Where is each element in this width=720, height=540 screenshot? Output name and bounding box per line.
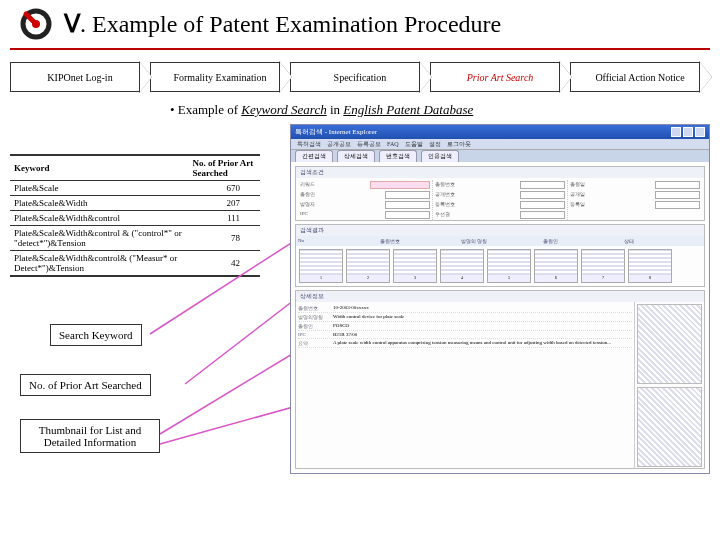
thumbnail-row: 1 2 3 4 5 6 7 8 <box>296 246 704 286</box>
ipc-input[interactable] <box>385 211 430 219</box>
callout-thumbnail: Thumbnail for List and Detailed Informat… <box>20 419 160 453</box>
results-header-row: No출원번호발명의 명칭출원인상태 <box>296 236 704 246</box>
result-thumbnail[interactable]: 7 <box>581 249 625 283</box>
tab-item[interactable]: 상세검색 <box>337 150 375 162</box>
logo-icon <box>20 8 52 40</box>
roman-numeral: Ⅴ <box>64 11 80 37</box>
window-title: 특허검색 - Internet Explorer <box>295 127 377 137</box>
arrow-formality: Formality Examination <box>150 62 290 92</box>
sub-tabs: 간편검색 상세검색 번호검색 인용검색 <box>291 150 709 162</box>
slide-title: Ⅴ. Example of Patent Examination Procedu… <box>64 10 501 38</box>
top-nav: 특허검색공개공보등록공보FAQ도움말설정로그아웃 <box>291 139 709 150</box>
pubno-input[interactable] <box>520 191 565 199</box>
maximize-icon[interactable] <box>683 127 693 137</box>
result-thumbnail[interactable]: 2 <box>346 249 390 283</box>
nav-item[interactable]: 등록공보 <box>357 140 381 149</box>
nav-item[interactable]: 설정 <box>429 140 441 149</box>
table-row: Plate&Scale&Width&control & ("control*" … <box>10 226 260 251</box>
process-arrows: KIPOnet Log-in Formality Examination Spe… <box>0 60 720 102</box>
panel-header: 검색조건 <box>296 167 704 178</box>
result-thumbnail[interactable]: 1 <box>299 249 343 283</box>
table-row: Plate&Scale&Width&control& ("Measur* or … <box>10 251 260 277</box>
title-text: . Example of Patent Examination Procedur… <box>80 11 501 37</box>
arrow-official-action: Official Action Notice <box>570 62 710 92</box>
window-titlebar: 특허검색 - Internet Explorer <box>291 125 709 139</box>
title-divider <box>10 48 710 50</box>
date-input[interactable] <box>655 181 700 189</box>
svg-point-1 <box>32 20 40 28</box>
close-icon[interactable] <box>695 127 705 137</box>
tab-item[interactable]: 인용검색 <box>421 150 459 162</box>
search-filter-panel: 검색조건 키워드 출원인 발명자 IPC 출원번호 공개번호 등록번호 우선권 <box>295 166 705 221</box>
date-input[interactable] <box>655 191 700 199</box>
detail-images <box>634 302 704 469</box>
results-panel: 검색결과 No출원번호발명의 명칭출원인상태 1 2 3 4 5 6 7 8 <box>295 224 705 287</box>
app-screenshot: 특허검색 - Internet Explorer 특허검색공개공보등록공보FAQ… <box>290 124 710 474</box>
panel-header: 상세정보 <box>296 291 704 302</box>
detail-image[interactable] <box>637 304 702 384</box>
arrow-specification: Specification <box>290 62 430 92</box>
tab-item[interactable]: 번호검색 <box>379 150 417 162</box>
result-thumbnail[interactable]: 5 <box>487 249 531 283</box>
table-row: Plate&Scale&Width207 <box>10 196 260 211</box>
applicant-input[interactable] <box>385 191 430 199</box>
nav-item[interactable]: FAQ <box>387 141 399 147</box>
arrow-kiponet-login: KIPOnet Log-in <box>10 62 150 92</box>
detail-image[interactable] <box>637 387 702 467</box>
appno-input[interactable] <box>520 181 565 189</box>
priority-input[interactable] <box>520 211 565 219</box>
minimize-icon[interactable] <box>671 127 681 137</box>
detail-fields: 출원번호10-2003-00xxxxx 발명의명칭Width control d… <box>296 302 634 469</box>
content-area: KeywordNo. of Prior Art Searched Plate&S… <box>0 124 720 484</box>
nav-item[interactable]: 특허검색 <box>297 140 321 149</box>
detail-panel: 상세정보 출원번호10-2003-00xxxxx 발명의명칭Width cont… <box>295 290 705 469</box>
inventor-input[interactable] <box>385 201 430 209</box>
col-count: No. of Prior Art Searched <box>189 155 261 181</box>
example-caption: • Example of Keyword Search in English P… <box>170 102 720 118</box>
keyword-table: KeywordNo. of Prior Art Searched Plate&S… <box>10 154 260 277</box>
tab-item[interactable]: 간편검색 <box>295 150 333 162</box>
date-input[interactable] <box>655 201 700 209</box>
nav-item[interactable]: 도움말 <box>405 140 423 149</box>
table-row: Plate&Scale670 <box>10 181 260 196</box>
keyword-input[interactable] <box>370 181 430 189</box>
nav-item[interactable]: 로그아웃 <box>447 140 471 149</box>
regno-input[interactable] <box>520 201 565 209</box>
table-row: Plate&Scale&Width&control111 <box>10 211 260 226</box>
result-thumbnail[interactable]: 8 <box>628 249 672 283</box>
callout-prior-art-count: No. of Prior Art Searched <box>20 374 151 396</box>
result-thumbnail[interactable]: 6 <box>534 249 578 283</box>
result-thumbnail[interactable]: 3 <box>393 249 437 283</box>
callout-search-keyword: Search Keyword <box>50 324 142 346</box>
slide-header: Ⅴ. Example of Patent Examination Procedu… <box>0 0 720 48</box>
result-thumbnail[interactable]: 4 <box>440 249 484 283</box>
col-keyword: Keyword <box>10 155 189 181</box>
panel-header: 검색결과 <box>296 225 704 236</box>
nav-item[interactable]: 공개공보 <box>327 140 351 149</box>
arrow-prior-art-search: Prior Art Search <box>430 62 570 92</box>
